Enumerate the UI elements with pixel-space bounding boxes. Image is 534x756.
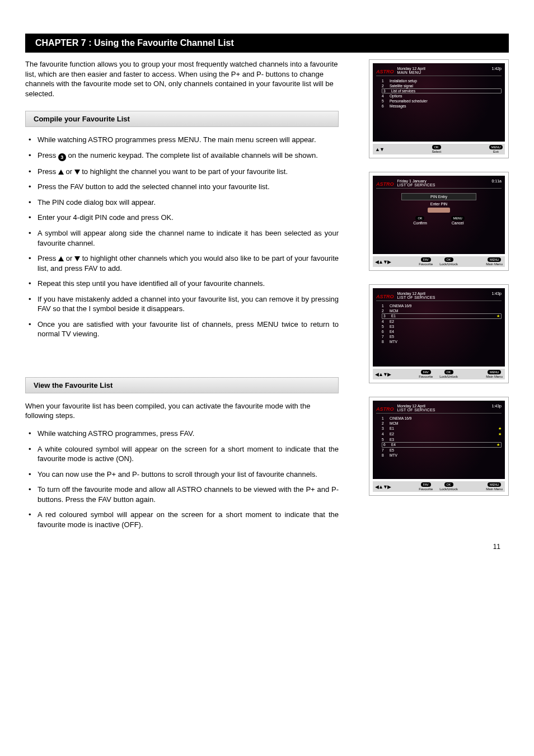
tv-screenshot-pin-entry: ASTRO Friday 1 January 0:11a LIST OF SER… bbox=[369, 172, 509, 271]
row-label: MCM bbox=[390, 309, 502, 313]
row-number: 6 bbox=[383, 443, 388, 447]
row-label: E4 bbox=[391, 443, 491, 447]
menu-row[interactable]: 7E5 bbox=[382, 334, 502, 339]
step: A symbol will appear along side the chan… bbox=[25, 228, 339, 248]
row-label: E2 bbox=[390, 320, 502, 323]
menu-row[interactable]: 6E4 bbox=[382, 329, 502, 334]
text: to highlight the channel you want to be … bbox=[80, 167, 288, 176]
step: Enter your 4-digit PIN code and press OK… bbox=[25, 213, 339, 223]
row-number: 7 bbox=[382, 448, 386, 452]
menu-row[interactable]: 4E2 bbox=[382, 319, 502, 324]
menu-row[interactable]: 2Satellite signal bbox=[382, 83, 502, 88]
arrow-down-icon bbox=[74, 256, 80, 261]
row-number: 3 bbox=[383, 314, 388, 318]
menu-pill: MENU bbox=[489, 145, 503, 149]
row-label: E2 bbox=[390, 432, 493, 436]
row-number: 3 bbox=[383, 89, 388, 93]
menu-row[interactable]: 4Options bbox=[382, 93, 502, 98]
main-content: The favourite function allows you to gro… bbox=[25, 59, 355, 545]
time-text: 0:11a bbox=[491, 179, 502, 183]
menu-row[interactable]: 6Messages bbox=[382, 104, 502, 109]
ok-label: Lock/Unlock bbox=[439, 375, 458, 378]
row-label: Options bbox=[390, 94, 502, 98]
footer-bar: ◀▲▼▶ FAVFavourite OKLock/Unlock MENUMain… bbox=[373, 481, 505, 492]
menu-row[interactable]: 2MCM bbox=[382, 308, 502, 313]
page-columns: The favourite function allows you to gro… bbox=[25, 59, 509, 545]
time-text: 1:43p bbox=[491, 404, 502, 408]
row-label: E4 bbox=[390, 330, 502, 334]
nav-arrows-icon: ◀▲▼▶ bbox=[375, 372, 391, 377]
step: Press 3 on the numeric keypad. The compl… bbox=[25, 151, 339, 161]
screen-title: LIST OF SERVICES bbox=[397, 183, 502, 187]
menu-row[interactable]: 3List of services bbox=[382, 88, 502, 93]
row-label: MCM bbox=[390, 421, 502, 425]
menu-row[interactable]: 8MTV bbox=[382, 339, 502, 344]
row-label: Installation setup bbox=[390, 79, 502, 83]
star-icon: ★ bbox=[498, 432, 502, 436]
astro-logo: ASTRO bbox=[376, 406, 394, 412]
row-number: 1 bbox=[382, 304, 386, 308]
row-label: CINEMA 16/9 bbox=[390, 304, 502, 308]
menu-row[interactable]: 7E5 bbox=[382, 448, 502, 453]
menu-row[interactable]: 3E1★ bbox=[382, 426, 502, 431]
pin-field[interactable] bbox=[428, 208, 450, 213]
screen-title: LIST OF SERVICES bbox=[397, 408, 502, 412]
tv-screenshot-list-one-fav: ASTRO Monday 12 April 1:43p LIST OF SERV… bbox=[369, 284, 509, 383]
menu-row[interactable]: 3E1★ bbox=[382, 313, 502, 319]
menu-row[interactable]: 2MCM bbox=[382, 421, 502, 426]
intro-paragraph: The favourite function allows you to gro… bbox=[25, 59, 339, 98]
menu-row[interactable]: 5Personalised scheduler bbox=[382, 98, 502, 104]
menu-row[interactable]: 6E4★ bbox=[382, 442, 502, 448]
section-heading-compile: Compile your Favourite List bbox=[25, 111, 339, 127]
ok-pill: OK bbox=[444, 482, 453, 487]
row-number: 4 bbox=[382, 320, 386, 323]
footer-bar: ◀▲▼▶ FAVFavourite OKLock/Unlock MENUMain… bbox=[373, 369, 505, 379]
menu-pill: MENU bbox=[488, 482, 501, 487]
menu-row[interactable]: 1Installation setup bbox=[382, 78, 502, 83]
text: to highlight other channels which you wo… bbox=[38, 254, 339, 273]
menu-row[interactable]: 5E3 bbox=[382, 324, 502, 329]
step: Press or to highlight the channel you wa… bbox=[25, 167, 339, 177]
menu-row[interactable]: 8MTV bbox=[382, 453, 502, 458]
row-number: 1 bbox=[382, 416, 386, 420]
row-label: E1 bbox=[391, 314, 491, 318]
date-text: Monday 12 April bbox=[397, 67, 425, 71]
tv-screenshot-main-menu: ASTRO Monday 12 April 1:42p MAIN MENU 1I… bbox=[369, 59, 509, 158]
row-label: E3 bbox=[390, 325, 502, 328]
screen-title: MAIN MENU bbox=[397, 71, 502, 74]
row-label: MTV bbox=[390, 340, 502, 344]
row-label: CINEMA 16/9 bbox=[390, 416, 502, 420]
step: You can now use the P+ and P- buttons to… bbox=[25, 469, 339, 480]
date-text: Monday 12 April bbox=[397, 292, 425, 295]
row-number: 1 bbox=[382, 79, 386, 83]
row-label: E1 bbox=[390, 426, 493, 431]
menu-row[interactable]: 5E3 bbox=[382, 437, 502, 442]
row-label: MTV bbox=[390, 453, 502, 457]
menu-row[interactable]: 1CINEMA 16/9 bbox=[382, 303, 502, 308]
nav-arrows-icon: ▲▼ bbox=[375, 147, 384, 152]
ok-label: Lock/Unlock bbox=[439, 487, 458, 491]
row-number: 2 bbox=[382, 421, 386, 425]
step: Once you are satisfied with your favouri… bbox=[25, 320, 339, 339]
screenshots-column: ASTRO Monday 12 April 1:42p MAIN MENU 1I… bbox=[369, 59, 509, 545]
time-text: 1:43p bbox=[491, 292, 502, 295]
menu-row[interactable]: 4E2★ bbox=[382, 431, 502, 437]
footer-bar: ▲▼ OKSelect MENUExit bbox=[373, 144, 505, 154]
row-number: 5 bbox=[382, 99, 386, 103]
row-number: 6 bbox=[382, 330, 386, 334]
ok-label: Confirm bbox=[413, 221, 427, 225]
row-label: Satellite signal bbox=[390, 84, 502, 88]
compile-steps: While watching ASTRO programmes press ME… bbox=[25, 135, 339, 339]
row-number: 5 bbox=[382, 438, 386, 442]
fav-label: Favourite bbox=[419, 487, 433, 491]
ok-pill: OK bbox=[432, 145, 441, 149]
menu-row[interactable]: 1CINEMA 16/9 bbox=[382, 416, 502, 421]
section-heading-view: View the Favourite List bbox=[25, 377, 339, 393]
fav-label: Favourite bbox=[419, 375, 433, 378]
nav-arrows-icon: ◀▲▼▶ bbox=[375, 259, 391, 265]
step: Repeat this step until you have identifi… bbox=[25, 279, 339, 289]
row-number: 7 bbox=[382, 335, 386, 339]
row-number: 5 bbox=[382, 325, 386, 328]
menu-pill: MENU bbox=[451, 216, 465, 220]
menu-label: Main Menu bbox=[486, 262, 503, 266]
